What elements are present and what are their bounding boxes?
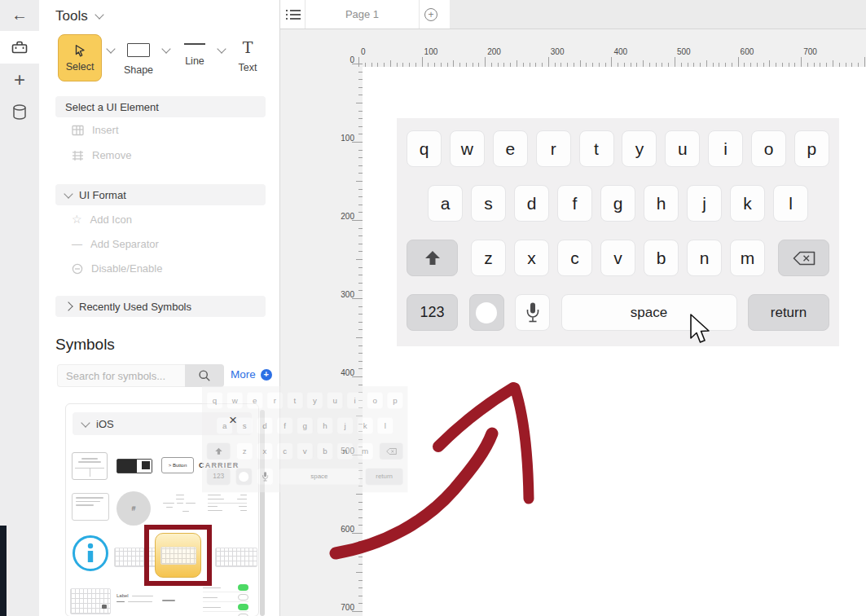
key-e[interactable]: e	[493, 130, 528, 167]
symbol-search-input[interactable]	[57, 364, 185, 387]
numbers-key[interactable]: 123	[407, 294, 458, 331]
key-v[interactable]: v	[600, 240, 635, 276]
more-symbols-link[interactable]: More +	[231, 368, 272, 381]
shape-tool-chevron[interactable]	[161, 44, 170, 53]
key-q[interactable]: q	[407, 130, 442, 167]
tab-divider	[419, 0, 420, 29]
key-s[interactable]: s	[471, 185, 506, 222]
key-x[interactable]: x	[514, 240, 549, 276]
add-button[interactable]: +	[0, 64, 39, 96]
left-icon-rail: ← +	[0, 0, 39, 616]
symbol-alert-dialog[interactable]	[72, 452, 108, 480]
key-j[interactable]: j	[687, 185, 722, 222]
add-page-button[interactable]: +	[424, 8, 437, 21]
key-n[interactable]: n	[687, 240, 722, 276]
ruler-label: 500	[336, 447, 354, 455]
key-p[interactable]: p	[794, 130, 829, 167]
page-tab-bar: Page 1 +	[280, 0, 866, 29]
symbol-info[interactable]	[73, 535, 108, 571]
symbol-toggle[interactable]	[116, 459, 152, 473]
key-y[interactable]: y	[622, 130, 657, 167]
symbol-stepper-table[interactable]	[163, 493, 199, 524]
remove-item[interactable]: Remove	[72, 149, 131, 161]
ruler-tick	[738, 57, 739, 67]
key-k[interactable]: k	[730, 185, 765, 222]
ui-format-header[interactable]: UI Format	[55, 184, 266, 205]
toolbox-button[interactable]	[0, 31, 39, 64]
ruler-label: 600	[336, 525, 354, 534]
backspace-key[interactable]	[778, 240, 829, 276]
data-library-button[interactable]	[0, 96, 39, 129]
key-t[interactable]: t	[579, 130, 614, 167]
symbol-circle-badge[interactable]: #	[116, 491, 151, 526]
symbol-button[interactable]: > Button	[161, 457, 194, 473]
key-b[interactable]: b	[644, 240, 679, 276]
symbol-ios-keyboard-selected[interactable]	[155, 533, 201, 578]
ruler-tick	[352, 533, 363, 534]
ruler-label: 700	[336, 603, 354, 612]
shift-key[interactable]	[407, 240, 458, 276]
symbol-keyboard[interactable]	[70, 588, 111, 614]
key-m[interactable]: m	[730, 240, 765, 276]
disable-enable-item[interactable]: Disable/Enable	[72, 262, 162, 275]
disable-enable-label: Disable/Enable	[91, 262, 162, 275]
ios-keyboard-element[interactable]: qwertyuiopasdfghjklzxcvbnm123spacereturn	[397, 118, 839, 346]
mic-key[interactable]	[515, 294, 550, 331]
ruler-tick	[833, 60, 833, 67]
globe-key[interactable]	[469, 294, 504, 331]
key-w[interactable]: w	[450, 130, 485, 167]
symbol-label-text: Label	[116, 593, 129, 598]
key-r[interactable]: r	[536, 130, 571, 167]
select-tool-chevron[interactable]	[106, 44, 115, 53]
add-separator-item[interactable]: — Add Separator	[72, 238, 159, 250]
remove-table-icon	[72, 150, 84, 161]
ruler-tick	[422, 57, 423, 67]
text-tool-button[interactable]: T Text	[225, 37, 270, 73]
tab-page-1[interactable]: Page 1	[306, 0, 419, 29]
key-u[interactable]: u	[665, 130, 700, 167]
symbol-text-block[interactable]	[72, 493, 109, 521]
page-list-icon[interactable]	[284, 8, 302, 24]
key-c[interactable]: c	[557, 240, 592, 276]
shape-tool-button[interactable]: Shape	[116, 37, 161, 76]
symbols-title: Symbols	[55, 336, 115, 354]
symbol-keyboard-strip[interactable]	[215, 548, 257, 567]
select-tool-button[interactable]: Select	[58, 34, 102, 81]
key-i[interactable]: i	[708, 130, 743, 167]
insert-table-icon	[72, 125, 84, 136]
symbol-line[interactable]	[162, 600, 175, 601]
key-f[interactable]: f	[557, 185, 592, 222]
tools-dropdown[interactable]: Tools	[55, 8, 103, 24]
search-button[interactable]	[185, 364, 224, 387]
text-icon: T	[243, 41, 253, 55]
symbol-label-field[interactable]: Label	[116, 593, 160, 606]
back-button[interactable]: ←	[0, 0, 39, 29]
insert-item[interactable]: Insert	[72, 124, 119, 136]
ruler-tick	[356, 103, 363, 103]
cursor-icon	[73, 43, 87, 58]
ruler-label: 300	[336, 290, 354, 299]
space-key[interactable]: space	[561, 294, 737, 331]
key-o[interactable]: o	[751, 130, 786, 167]
add-icon-item[interactable]: ☆ Add Icon	[72, 213, 132, 226]
line-tool-button[interactable]: Line	[172, 37, 218, 67]
key-d[interactable]: d	[514, 185, 549, 222]
key-l[interactable]: l	[773, 185, 808, 222]
recently-used-header[interactable]: Recently Used Symbols	[55, 296, 266, 317]
key-g[interactable]: g	[600, 185, 635, 222]
key-a[interactable]: a	[428, 185, 463, 222]
return-key[interactable]: return	[748, 294, 829, 331]
select-ui-element-header[interactable]: Select a UI Element	[55, 96, 266, 117]
symbol-carrier-bar[interactable]: CARRIER	[199, 461, 239, 469]
tools-panel: Tools Select Shape Line T Text Select a	[39, 0, 280, 616]
symbol-table-text[interactable]	[208, 495, 247, 522]
symbol-toggle-list[interactable]	[203, 584, 248, 615]
ios-section-header[interactable]: iOS	[73, 412, 252, 435]
plus-icon: +	[14, 68, 25, 91]
key-h[interactable]: h	[644, 185, 679, 222]
key-z[interactable]: z	[471, 240, 506, 276]
ruler-tick	[356, 572, 363, 573]
ios-section-label: iOS	[96, 418, 114, 430]
chevron-down-icon	[95, 10, 103, 19]
symbols-scrollbar[interactable]	[260, 410, 265, 616]
